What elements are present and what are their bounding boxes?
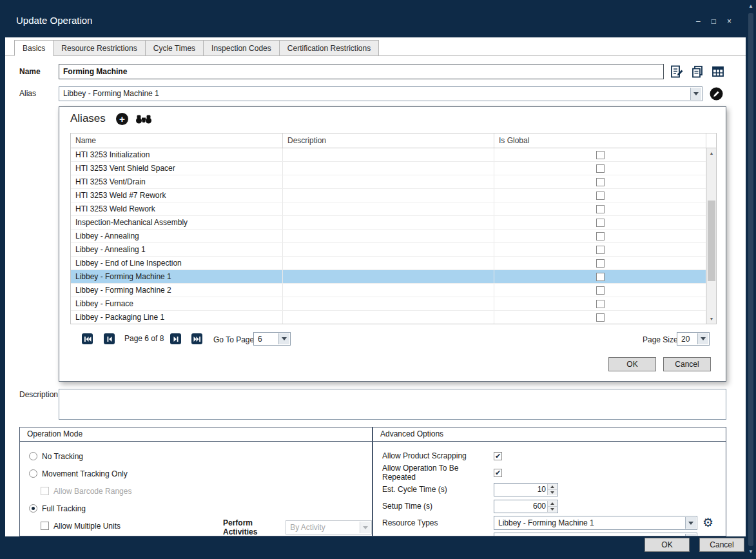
spin-up-icon[interactable]: [548, 484, 557, 490]
option-full-tracking[interactable]: Full Tracking: [20, 500, 372, 517]
dropdown-icon[interactable]: [278, 333, 289, 344]
table-row[interactable]: Libbey - Furnace: [71, 297, 706, 311]
radio-movement-tracking-only[interactable]: [29, 469, 37, 478]
cancel-button[interactable]: Cancel: [699, 538, 744, 552]
ok-button[interactable]: OK: [645, 538, 690, 552]
table-row[interactable]: HTI 3253 Vent/Drain: [71, 175, 706, 189]
previous-page-button[interactable]: [104, 333, 115, 344]
extra-combobox[interactable]: [494, 533, 697, 536]
alias-is-global-cell: [494, 257, 706, 270]
add-alias-icon[interactable]: +: [116, 113, 128, 125]
aliases-ok-button[interactable]: OK: [608, 357, 656, 371]
alias-is-global-cell: [494, 202, 706, 215]
tab-inspection-codes[interactable]: Inspection Codes: [203, 40, 280, 56]
gear-icon[interactable]: ⚙: [703, 516, 713, 529]
table-row[interactable]: Libbey - Annealing 1: [71, 243, 706, 257]
is-global-checkbox[interactable]: [596, 178, 605, 186]
is-global-checkbox[interactable]: [596, 151, 605, 159]
tab-certification-restrictions[interactable]: Certification Restrictions: [279, 40, 379, 56]
name-input[interactable]: [59, 64, 664, 79]
alias-name-cell: Libbey - Furnace: [71, 297, 283, 310]
table-scrollbar[interactable]: ▲ ▼: [706, 148, 716, 324]
dropdown-icon[interactable]: [685, 534, 696, 536]
is-global-checkbox[interactable]: [596, 246, 605, 254]
scrollbar-thumb[interactable]: [708, 201, 715, 281]
first-page-button[interactable]: [82, 333, 93, 344]
close-icon[interactable]: ×: [727, 17, 732, 25]
table-row[interactable]: HTI 3253 Weld #7 Rework: [71, 189, 706, 202]
is-global-checkbox[interactable]: [596, 273, 605, 281]
is-global-checkbox[interactable]: [596, 313, 605, 322]
option-no-tracking[interactable]: No Tracking: [20, 447, 372, 465]
est-cycle-time-s-spinner[interactable]: 10: [494, 483, 558, 496]
copy-icon[interactable]: [690, 64, 705, 79]
resource-types-combobox[interactable]: Libbey - Forming Machine 1: [494, 516, 697, 530]
scrollbar-thumb[interactable]: [748, 13, 753, 546]
column-header-is-global[interactable]: Is Global: [494, 133, 706, 148]
table-row[interactable]: Libbey - Forming Machine 2: [71, 284, 706, 297]
allow-operation-to-be-repeated-checkbox[interactable]: ✔: [494, 469, 502, 477]
edit-alias-icon[interactable]: [710, 87, 723, 101]
scroll-down-icon[interactable]: ▼: [746, 549, 756, 555]
radio-full-tracking[interactable]: [29, 504, 37, 513]
is-global-checkbox[interactable]: [596, 191, 605, 200]
tab-resource-restrictions[interactable]: Resource Restrictions: [53, 40, 145, 56]
scroll-down-icon[interactable]: ▼: [707, 314, 716, 324]
dropdown-icon[interactable]: [360, 522, 371, 533]
edit-alias-glyph: [710, 87, 723, 101]
scroll-up-icon[interactable]: ▲: [746, 3, 756, 10]
spin-up-icon[interactable]: [548, 501, 557, 507]
checkbox-allow-multiple-units[interactable]: [41, 522, 49, 530]
maximize-icon[interactable]: □: [712, 17, 716, 25]
option-movement-tracking-only[interactable]: Movement Tracking Only: [20, 465, 372, 482]
binoculars-icon[interactable]: [135, 115, 152, 124]
table-row[interactable]: Libbey - Packaging Line 1: [71, 311, 706, 324]
is-global-checkbox[interactable]: [596, 205, 605, 213]
is-global-checkbox[interactable]: [596, 259, 605, 268]
radio-no-tracking[interactable]: [29, 452, 37, 460]
spinner-buttons[interactable]: [547, 484, 557, 495]
tab-cycle-times[interactable]: Cycle Times: [145, 40, 204, 56]
aliases-table: Name Description Is Global HTI 3253 Init…: [70, 133, 717, 324]
column-header-description[interactable]: Description: [283, 133, 494, 148]
aliases-cancel-button[interactable]: Cancel: [663, 357, 711, 371]
column-header-name[interactable]: Name: [71, 133, 283, 148]
is-global-checkbox[interactable]: [596, 164, 605, 173]
table-icon[interactable]: [710, 64, 726, 79]
edit-template-icon[interactable]: [669, 64, 684, 79]
is-global-checkbox[interactable]: [596, 300, 605, 308]
perform-activities-combobox[interactable]: By Activity: [286, 520, 372, 534]
allow-product-scrapping-checkbox[interactable]: ✔: [494, 452, 502, 460]
spinner-buttons[interactable]: [547, 501, 557, 512]
table-row[interactable]: Libbey - End of Line Inspection: [71, 257, 706, 270]
checkbox-allow-barcode-ranges[interactable]: [41, 487, 49, 495]
tab-basics[interactable]: Basics: [14, 40, 53, 56]
setup-time-s-spinner[interactable]: 600: [494, 500, 558, 513]
table-row[interactable]: Inspection-Mechanical Assembly: [71, 216, 706, 230]
table-row[interactable]: Libbey - Annealing: [71, 230, 706, 243]
binoculars-glyph: [135, 115, 152, 124]
dropdown-icon[interactable]: [685, 517, 696, 529]
window-scrollbar[interactable]: ▲ ▼: [746, 0, 756, 559]
scroll-up-icon[interactable]: ▲: [707, 148, 716, 158]
table-row[interactable]: HTI 3253 Initialization: [71, 148, 706, 162]
table-row[interactable]: HTI 3253 Weld Rework: [71, 202, 706, 216]
page-size-select[interactable]: 20: [677, 332, 710, 346]
is-global-checkbox[interactable]: [596, 219, 605, 227]
table-row[interactable]: Libbey - Forming Machine 1: [71, 270, 706, 284]
alias-combobox[interactable]: Libbey - Forming Machine 1: [59, 86, 703, 101]
minimize-icon[interactable]: –: [696, 17, 701, 25]
is-global-checkbox[interactable]: [596, 232, 605, 240]
next-page-button[interactable]: [170, 333, 181, 344]
dropdown-icon[interactable]: [697, 333, 708, 344]
spin-down-icon[interactable]: [548, 507, 557, 512]
last-page-button[interactable]: [191, 333, 202, 344]
spin-down-icon[interactable]: [548, 490, 557, 495]
aliases-panel: Aliases + Name Description Is Global: [59, 106, 726, 382]
description-input[interactable]: [59, 389, 726, 420]
dropdown-icon[interactable]: [690, 88, 701, 100]
is-global-checkbox[interactable]: [596, 286, 605, 295]
table-row[interactable]: HTI 3253 Vent Shield Spacer: [71, 162, 706, 175]
aliases-title: Aliases: [70, 112, 106, 125]
go-to-page-select[interactable]: 6: [253, 332, 291, 346]
